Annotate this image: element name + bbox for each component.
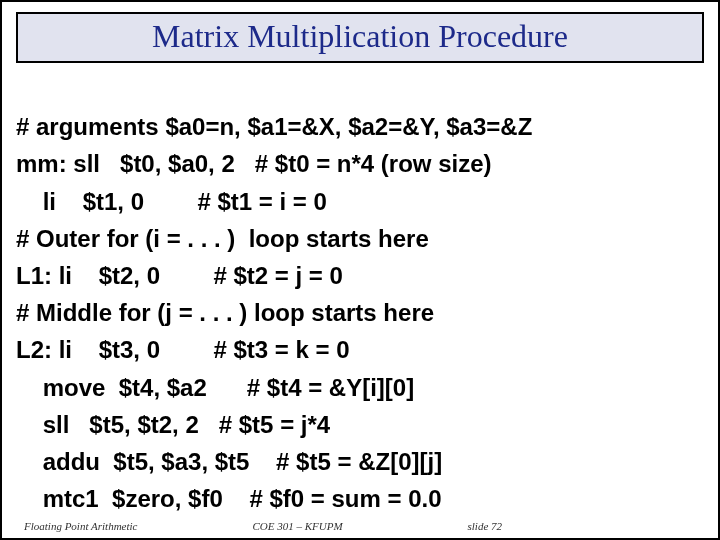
code-line: # Middle for (j = . . . ) loop starts he… [16,299,434,326]
slide-title: Matrix Multiplication Procedure [18,18,702,55]
code-line: L2: li $t3, 0 # $t3 = k = 0 [16,336,350,363]
footer-center: COE 301 – KFUPM [252,520,467,532]
footer-left: Floating Point Arithmetic [24,520,252,532]
code-line: addu $t5, $a3, $t5 # $t5 = &Z[0][j] [16,448,442,475]
code-line: li $t1, 0 # $t1 = i = 0 [16,188,327,215]
title-box: Matrix Multiplication Procedure [16,12,704,63]
code-block: # arguments $a0=n, $a1=&X, $a2=&Y, $a3=&… [16,71,704,517]
code-line: move $t4, $a2 # $t4 = &Y[i][0] [16,374,414,401]
code-line: sll $t5, $t2, 2 # $t5 = j*4 [16,411,330,438]
slide: Matrix Multiplication Procedure # argume… [0,0,720,540]
code-line: mm: sll $t0, $a0, 2 # $t0 = n*4 (row siz… [16,150,492,177]
footer: Floating Point Arithmetic COE 301 – KFUP… [2,520,718,532]
code-line: # Outer for (i = . . . ) loop starts her… [16,225,429,252]
code-line: mtc1 $zero, $f0 # $f0 = sum = 0.0 [16,485,442,512]
code-line: # arguments $a0=n, $a1=&X, $a2=&Y, $a3=&… [16,113,532,140]
code-line: L1: li $t2, 0 # $t2 = j = 0 [16,262,343,289]
footer-right: slide 72 [468,520,696,532]
